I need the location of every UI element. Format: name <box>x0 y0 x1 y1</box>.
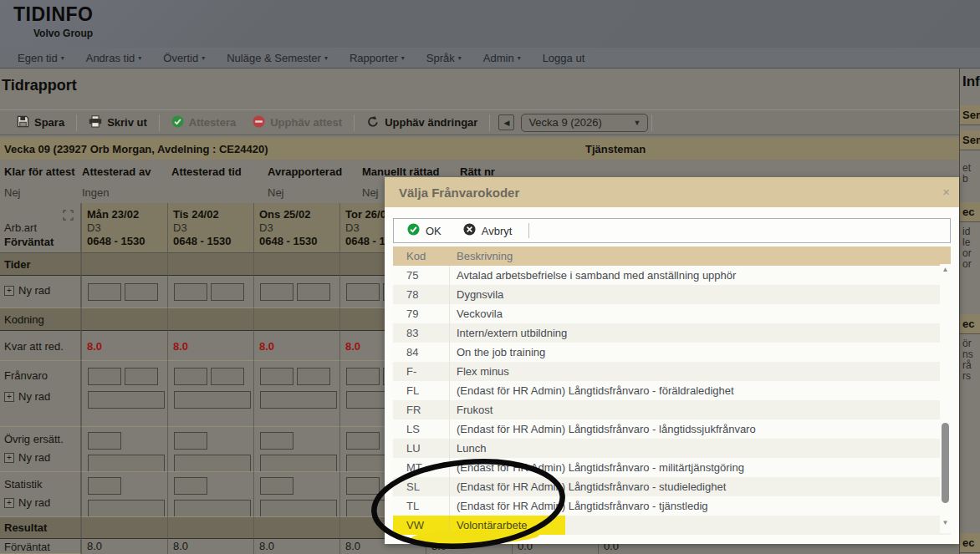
nav-item-spr-k[interactable]: Språk▾ <box>416 52 472 64</box>
nav-item-rapporter[interactable]: Rapporter▾ <box>339 52 416 64</box>
absence-end-input[interactable] <box>297 368 330 385</box>
statistik-code-input[interactable] <box>174 500 251 517</box>
week-info-bar: Vecka 09 (23927 Orb Morgan, Avdelning : … <box>0 138 959 160</box>
statistik-amount-input[interactable] <box>346 477 380 495</box>
absence-start-input[interactable] <box>174 368 207 385</box>
time-end-input[interactable] <box>125 283 158 301</box>
code-row-fl[interactable]: FL(Endast för HR Admin) Långtidsfrånvaro… <box>393 381 951 400</box>
new-row-control[interactable]: +Ny rad <box>4 284 80 297</box>
right-panel-fragment-12: rå <box>962 359 972 371</box>
ovrig-code-input[interactable] <box>260 455 337 472</box>
statistik-amount-input[interactable] <box>174 477 207 495</box>
dialog-header: Välja Frånvarokoder × <box>385 177 959 207</box>
ovrig-amount-input[interactable] <box>346 432 380 450</box>
code-row-mt[interactable]: MT(Endast för HR Admin) Långtidsfrånvaro… <box>393 458 951 477</box>
print-icon <box>89 115 102 130</box>
app-logo-subtitle: Volvo Group <box>33 28 93 39</box>
time-start-input[interactable] <box>260 283 293 301</box>
right-panel-fragment-14: ec <box>960 533 980 553</box>
skriv-ut-button[interactable]: Skriv ut <box>80 115 156 130</box>
nav-item-andras-tid[interactable]: Andras tid▾ <box>75 52 153 64</box>
code-row-79[interactable]: 79Veckovila <box>393 304 951 323</box>
codes-table-header: Kod Beskrivning <box>393 247 951 266</box>
week-back-button[interactable]: ◀ <box>498 114 514 130</box>
ovrig-amount-input[interactable] <box>260 432 293 450</box>
statistik-code-input[interactable] <box>260 500 337 517</box>
ok-button[interactable]: OK <box>402 223 447 238</box>
statistik-day-3: … <box>253 472 339 517</box>
absence-code-input[interactable] <box>88 391 165 409</box>
code-row-f[interactable]: F-Flex minus <box>393 362 951 381</box>
new-row-control[interactable]: +Ny rad <box>4 390 80 403</box>
code-row-83[interactable]: 83Intern/extern utbildning <box>393 323 951 343</box>
status-label: Avrapporterad <box>268 164 362 178</box>
absence-code-input[interactable] <box>174 391 251 409</box>
corner-label-arbart: Arb.art <box>4 221 80 234</box>
nav-item-nul-ge-semester[interactable]: Nuläge & Semester▾ <box>216 52 339 64</box>
statistik-amount-input[interactable] <box>88 477 121 495</box>
time-start-input[interactable] <box>88 283 121 301</box>
nav-item-admin[interactable]: Admin▾ <box>472 52 532 64</box>
row-label-statistik: Statistik+Ny rad <box>0 472 81 517</box>
ovrig-amount-input[interactable] <box>88 432 121 450</box>
ovrig-amount-input[interactable] <box>174 432 207 450</box>
nav-item-vertid[interactable]: Övertid▾ <box>152 52 216 64</box>
tider-day-1 <box>81 253 167 276</box>
nav-item-logga-ut[interactable]: Logga ut <box>532 52 596 64</box>
ovrig-code-input[interactable] <box>88 455 165 472</box>
code-cell: 84 <box>393 343 450 362</box>
close-icon[interactable]: × <box>942 185 950 199</box>
expand-icon[interactable] <box>63 210 74 221</box>
code-row-tl[interactable]: TL(Endast för HR Admin) Långtidsfrånvaro… <box>393 496 951 516</box>
scroll-up-icon[interactable]: ▲ <box>940 266 951 273</box>
new-row-control[interactable]: +Ny rad <box>4 496 80 509</box>
day-header-3: Ons 25/02D30648 - 1530 <box>253 203 339 253</box>
cancel-button[interactable]: Avbryt <box>458 223 518 238</box>
resultat-day-3 <box>253 517 339 539</box>
codes-table-rows: 75Avtalad arbetsbefrielse i samband med … <box>393 266 951 535</box>
nav-item-label: Admin <box>483 52 514 64</box>
code-row-75[interactable]: 75Avtalad arbetsbefrielse i samband med … <box>393 266 951 285</box>
code-row-78[interactable]: 78Dygnsvila <box>393 285 951 304</box>
code-cell: SL <box>393 477 450 496</box>
right-panel-fragment-2: et <box>962 162 971 174</box>
time-end-input[interactable] <box>211 283 244 301</box>
attestera-button[interactable]: Attestera <box>163 115 244 130</box>
row-label-ovrig: Övrig ersätt.+Ny rad <box>0 427 81 472</box>
statistik-code-input[interactable] <box>88 500 165 517</box>
upphav-andringar-button[interactable]: Upphäv ändringar <box>358 115 486 130</box>
code-cell: FL <box>393 381 450 400</box>
franvaro-day-1: … <box>81 361 167 427</box>
code-row-fr[interactable]: FRFrukost <box>393 400 951 419</box>
absence-start-input[interactable] <box>260 368 293 385</box>
absence-start-input[interactable] <box>88 368 121 385</box>
code-row-ls[interactable]: LS(Endast för HR Admin) Långtidsfrånvaro… <box>393 419 951 439</box>
ovrig-code-input[interactable] <box>174 455 251 472</box>
absence-end-input[interactable] <box>125 368 158 385</box>
time-start-input[interactable] <box>346 283 380 301</box>
statistik-amount-input-line <box>254 477 339 495</box>
spara-button[interactable]: Spara <box>8 115 73 130</box>
absence-end-input[interactable] <box>211 368 244 385</box>
upphav-attest-button[interactable]: Upphäv attest <box>244 115 350 130</box>
right-panel-fragment-11: ns <box>962 348 973 360</box>
code-row-sl[interactable]: SL(Endast för HR Admin) Långtidsfrånvaro… <box>393 477 951 496</box>
statistik-amount-input[interactable] <box>260 477 293 495</box>
absence-code-input[interactable] <box>260 391 337 409</box>
week-select[interactable]: Vecka 9 (2026)▼ <box>521 114 648 132</box>
code-row-84[interactable]: 84On the job training <box>393 343 951 362</box>
corner-label-forvantat: Förväntat <box>4 236 80 248</box>
dialog-scrollbar[interactable]: ▲ ▼ <box>940 264 951 533</box>
scroll-down-icon[interactable]: ▼ <box>940 519 951 526</box>
status-field-avrapporterad: AvrapporteradNej <box>268 164 362 202</box>
scrollbar-thumb[interactable] <box>942 423 949 503</box>
absence-start-input[interactable] <box>346 368 380 385</box>
kvar-day-1: 8.0 <box>81 331 167 361</box>
new-row-label: Ny rad <box>18 451 50 464</box>
tidinfo-app: { "banner": { "title": "TIDINFO", "subti… <box>0 0 980 554</box>
new-row-control[interactable]: +Ny rad <box>4 451 80 464</box>
code-row-lu[interactable]: LULunch <box>393 439 951 458</box>
nav-item-egen-tid[interactable]: Egen tid▾ <box>7 52 75 64</box>
time-end-input[interactable] <box>297 283 330 301</box>
time-start-input[interactable] <box>174 283 207 301</box>
